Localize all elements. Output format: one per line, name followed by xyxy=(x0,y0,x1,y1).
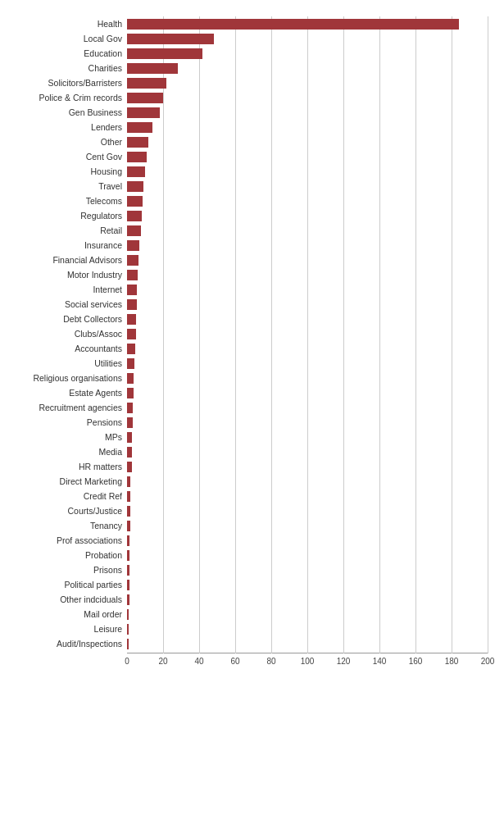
bar-fill xyxy=(127,48,202,59)
bar-fill xyxy=(127,624,129,635)
bar-cell xyxy=(127,326,488,341)
bar-cell xyxy=(127,105,488,120)
bar-fill xyxy=(127,329,136,339)
bar-cell xyxy=(127,253,488,267)
bar-cell xyxy=(127,385,488,400)
bar-cell xyxy=(127,238,488,253)
bar-cell xyxy=(127,371,488,385)
bar-fill xyxy=(127,476,130,487)
bar-label: Pensions xyxy=(8,415,127,430)
bar-cell xyxy=(127,533,488,548)
x-tick-label: 180 xyxy=(445,657,459,666)
bar-cell xyxy=(127,415,488,430)
gridline xyxy=(488,16,488,653)
bar-cell xyxy=(127,400,488,415)
bar-label: Estate Agents xyxy=(8,385,127,400)
bar-label: Political parties xyxy=(8,577,127,592)
bar-label: Religious organisations xyxy=(8,371,127,385)
bar-label: Prof associations xyxy=(8,533,127,548)
bar-label: Charities xyxy=(8,61,127,75)
x-tick-label: 100 xyxy=(301,657,315,666)
bar-cell xyxy=(127,194,488,208)
bar-fill xyxy=(127,565,129,576)
bar-fill xyxy=(127,344,135,354)
bar-label: MPs xyxy=(8,430,127,444)
chart-body: HealthLocal GovEducationCharitiesSolicit… xyxy=(8,16,488,653)
bar-label: Probation xyxy=(8,548,127,562)
bar-label: Courts/Justice xyxy=(8,503,127,518)
bar-cell xyxy=(127,356,488,371)
bar-cell xyxy=(127,474,488,489)
bar-label: Recruitment agencies xyxy=(8,400,127,415)
bar-fill xyxy=(127,491,130,502)
bar-label: Solicitors/Barristers xyxy=(8,75,127,90)
bar-cell xyxy=(127,164,488,179)
bar-fill xyxy=(127,225,141,236)
bar-fill xyxy=(127,403,133,413)
bar-label: Accountants xyxy=(8,341,127,356)
bar-fill xyxy=(127,521,130,531)
bar-fill xyxy=(127,506,130,517)
bar-fill xyxy=(127,580,129,590)
x-axis-labels: 020406080100120140160180200 xyxy=(127,657,488,670)
chart-container: HealthLocal GovEducationCharitiesSolicit… xyxy=(0,0,504,703)
bar-fill xyxy=(127,388,134,398)
bar-fill xyxy=(127,432,132,443)
bar-cell xyxy=(127,621,488,636)
bar-cell xyxy=(127,16,488,31)
bar-cell xyxy=(127,179,488,194)
bar-label: Police & Crim records xyxy=(8,90,127,105)
bar-fill xyxy=(127,34,214,44)
bar-fill xyxy=(127,285,137,295)
x-tick-label: 120 xyxy=(337,657,351,666)
bar-fill xyxy=(127,535,129,546)
bar-cell xyxy=(127,267,488,282)
bar-label: Insurance xyxy=(8,238,127,253)
bar-fill xyxy=(127,152,147,162)
bar-cell xyxy=(127,134,488,149)
bar-cell xyxy=(127,46,488,61)
bar-fill xyxy=(127,166,145,177)
bar-fill xyxy=(127,122,152,133)
x-tick-label: 160 xyxy=(409,657,423,666)
bar-label: Tenancy xyxy=(8,518,127,533)
bar-cell xyxy=(127,312,488,326)
bar-fill xyxy=(127,107,160,118)
bar-fill xyxy=(127,137,148,148)
bar-cell xyxy=(127,282,488,297)
bar-fill xyxy=(127,314,136,325)
bar-cell xyxy=(127,31,488,46)
bar-fill xyxy=(127,462,132,472)
x-axis-line xyxy=(127,653,488,653)
bar-fill xyxy=(127,255,138,266)
bar-label: Housing xyxy=(8,164,127,179)
bar-label: HR matters xyxy=(8,459,127,474)
bar-cell xyxy=(127,607,488,621)
bar-label: Local Gov xyxy=(8,31,127,46)
bar-fill xyxy=(127,270,138,280)
bar-cell xyxy=(127,75,488,90)
bar-cell xyxy=(127,208,488,223)
bar-fill xyxy=(127,19,459,30)
bar-fill xyxy=(127,63,178,74)
bar-cell xyxy=(127,459,488,474)
bar-fill xyxy=(127,181,143,192)
bar-label: Financial Advisors xyxy=(8,253,127,267)
bar-fill xyxy=(127,78,166,89)
x-tick-label: 140 xyxy=(373,657,387,666)
bar-fill xyxy=(127,417,133,428)
bar-fill xyxy=(127,358,134,369)
bar-label: Social services xyxy=(8,297,127,312)
bar-fill xyxy=(127,639,129,649)
bar-label: Health xyxy=(8,16,127,31)
bar-cell xyxy=(127,90,488,105)
bar-cell xyxy=(127,489,488,503)
bar-label: Regulators xyxy=(8,208,127,223)
bar-fill xyxy=(127,594,129,605)
bar-cell xyxy=(127,636,488,651)
bar-label: Telecoms xyxy=(8,194,127,208)
bar-cell xyxy=(127,518,488,533)
bar-fill xyxy=(127,609,129,620)
bar-fill xyxy=(127,196,143,207)
bar-fill xyxy=(127,240,139,251)
